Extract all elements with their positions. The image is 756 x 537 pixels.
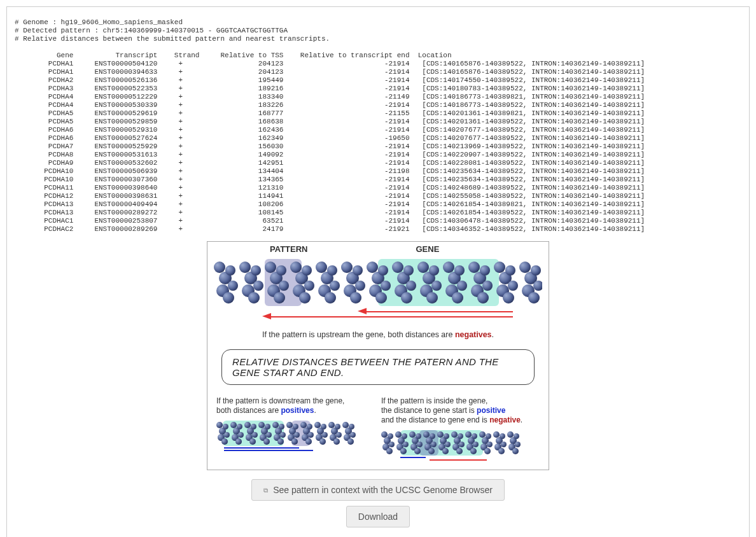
download-button[interactable]: Download: [346, 506, 410, 527]
external-link-icon: ⧉: [263, 487, 268, 494]
caption-downstream: If the pattern is downstream the gene, b…: [216, 396, 375, 463]
dna-main-illustration: [214, 256, 542, 309]
label-gene: GENE: [416, 244, 439, 254]
figure-two-col: If the pattern is downstream the gene, b…: [207, 393, 549, 470]
buttons-wrap: ⧉See pattern in context with the UCSC Ge…: [15, 477, 741, 530]
mini-arrows-inside: [381, 457, 540, 463]
figure-wrap: PATTERN GENE If the pattern is upstream …: [15, 241, 741, 530]
label-pattern: PATTERN: [270, 244, 307, 254]
legend-figure: PATTERN GENE If the pattern is upstream …: [207, 241, 549, 470]
bubble-title: RELATIVE DISTANCES BETWEEN THE PATERN AN…: [221, 349, 535, 385]
figure-top-labels: PATTERN GENE: [207, 242, 549, 254]
ucsc-link-button[interactable]: ⧉See pattern in context with the UCSC Ge…: [251, 479, 505, 501]
results-text: # Genome : hg19_9606_Homo_sapiens_masked…: [15, 18, 741, 234]
caption-inside: If the pattern is inside the gene, the d…: [381, 396, 540, 463]
mini-dna-inside: [381, 430, 540, 456]
caption-upstream: If the pattern is upstream the gene, bot…: [207, 325, 549, 345]
arrows-upstream: [227, 309, 529, 325]
results-panel: # Genome : hg19_9606_Homo_sapiens_masked…: [6, 6, 750, 537]
mini-arrows-downstream: [216, 447, 375, 454]
mini-dna-downstream: [216, 421, 375, 446]
